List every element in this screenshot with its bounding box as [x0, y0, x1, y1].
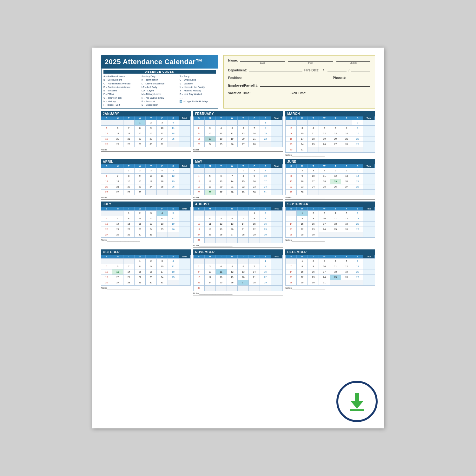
hire-label: Hire Date:: [304, 69, 319, 72]
total-cell: [179, 259, 190, 264]
name-line: Name: Last First Middle: [228, 59, 370, 64]
position-field[interactable]: [244, 75, 331, 79]
week-row: 21222324252627: [286, 227, 375, 232]
week-row: 13141516171819: [101, 179, 190, 184]
day-cell: 8: [297, 264, 308, 269]
week-row: 19202122232425: [101, 274, 190, 280]
day-cell: 10: [297, 131, 308, 136]
day-header-t: T: [238, 116, 249, 120]
day-cell: 31: [194, 238, 205, 243]
day-cell: 17: [297, 136, 308, 142]
day-cell: 10: [319, 216, 330, 221]
day-cell: 7: [249, 126, 260, 131]
day-header-w: W: [135, 255, 146, 258]
day-cell: 1: [297, 259, 308, 264]
total-cell: [179, 131, 190, 136]
week-row: 1234567: [286, 168, 375, 173]
day-cell: 12: [319, 131, 330, 136]
download-circle[interactable]: [336, 381, 378, 422]
day-cell: 29: [260, 280, 271, 285]
day-cell: 1: [260, 120, 271, 125]
empid-field[interactable]: [260, 82, 370, 87]
day-cell: 14: [249, 131, 260, 136]
day-cell: 21: [286, 275, 297, 280]
hire-month-field[interactable]: [327, 67, 347, 71]
day-cell: 23: [194, 142, 205, 147]
day-cell: 21: [112, 184, 123, 189]
day-cell: 26: [227, 142, 238, 147]
day-cell: [330, 120, 341, 125]
vacation-field[interactable]: [252, 90, 284, 94]
day-cell: 14: [286, 269, 297, 274]
download-icon[interactable]: [346, 390, 368, 413]
day-cell: 15: [260, 269, 271, 274]
total-cell: [363, 142, 375, 147]
day-cell: 12: [216, 221, 227, 227]
day-cell: 6: [112, 126, 123, 131]
day-cell: 15: [135, 269, 146, 274]
day-cell: 26: [341, 227, 352, 232]
total-cell: [271, 280, 282, 285]
calendar-month-april: APRILSMTWTFSTotal12345678910111213141516…: [101, 159, 191, 200]
week-row: 18192021222324: [194, 184, 283, 189]
day-cell: 24: [260, 184, 271, 189]
week-row: 23242526272829: [286, 142, 375, 147]
week-row: 10111213141516: [194, 221, 283, 227]
day-cell: [112, 259, 123, 264]
week-row: 9101112131415: [194, 131, 283, 136]
day-cell: [216, 259, 227, 264]
day-header-w: W: [227, 164, 238, 168]
day-cell: 5: [101, 126, 112, 131]
week-row: 17181920212223: [194, 227, 283, 232]
day-cell: 23: [297, 184, 308, 189]
day-cell: [260, 238, 271, 243]
week-row: 13141516171819: [101, 221, 190, 227]
day-cell: 24: [319, 227, 330, 232]
days-header: SMTWTFSTotal: [101, 207, 190, 210]
day-header-w: W: [319, 255, 330, 258]
day-cell: 16: [135, 221, 146, 227]
day-cell: [227, 211, 238, 216]
title-block: 2025 Attendance Calendar™ ABSENCE CODES …: [101, 55, 218, 109]
day-cell: 12: [227, 131, 238, 136]
absence-col-2: J – Jury Duty K – Termination L – Leave …: [142, 75, 178, 107]
calendar-month-november: NOVEMBERSMTWTFSTotal12345678910111213141…: [193, 249, 283, 295]
hire-year-field[interactable]: [351, 67, 370, 71]
day-cell: 4: [168, 120, 179, 125]
day-cell: 3: [319, 259, 330, 264]
day-cell: 25: [194, 190, 205, 195]
day-cell: 16: [194, 136, 205, 142]
day-cell: 14: [286, 221, 297, 227]
week-row: 31: [194, 237, 283, 243]
day-cell: 20: [238, 136, 249, 142]
absence-codes: ABSENCE CODES A – Additional Hours B – B…: [101, 69, 218, 109]
svg-rect-0: [355, 393, 359, 402]
total-cell: [271, 211, 282, 216]
day-cell: 28: [112, 190, 123, 195]
position-line: Position: Phone #:: [228, 75, 370, 80]
day-cell: 6: [352, 259, 363, 264]
day-cell: [168, 142, 179, 147]
download-overlay[interactable]: [336, 381, 378, 422]
phone-field[interactable]: [348, 75, 370, 79]
notes-line: Notes_________________________: [285, 287, 375, 290]
day-cell: 13: [238, 269, 249, 274]
day-cell: 25: [168, 136, 179, 142]
day-header-s: S: [194, 255, 205, 258]
holiday-legend-box: [180, 100, 182, 103]
day-cell: 13: [352, 216, 363, 221]
day-cell: [227, 286, 238, 291]
day-cell: 27: [238, 142, 249, 147]
week-row: 232425262728: [194, 142, 283, 147]
day-cell: 15: [238, 179, 249, 184]
week-row: 567891011: [101, 125, 190, 131]
day-cell: 2: [135, 211, 146, 216]
dept-field[interactable]: [249, 67, 302, 71]
sick-field[interactable]: [308, 90, 337, 94]
day-cell: 20: [101, 184, 112, 189]
day-cell: 30: [146, 142, 157, 147]
absence-codes-header: ABSENCE CODES: [103, 70, 216, 74]
day-header-s: S: [194, 207, 205, 210]
day-cell: 30: [194, 286, 205, 291]
total-cell: [363, 131, 375, 136]
